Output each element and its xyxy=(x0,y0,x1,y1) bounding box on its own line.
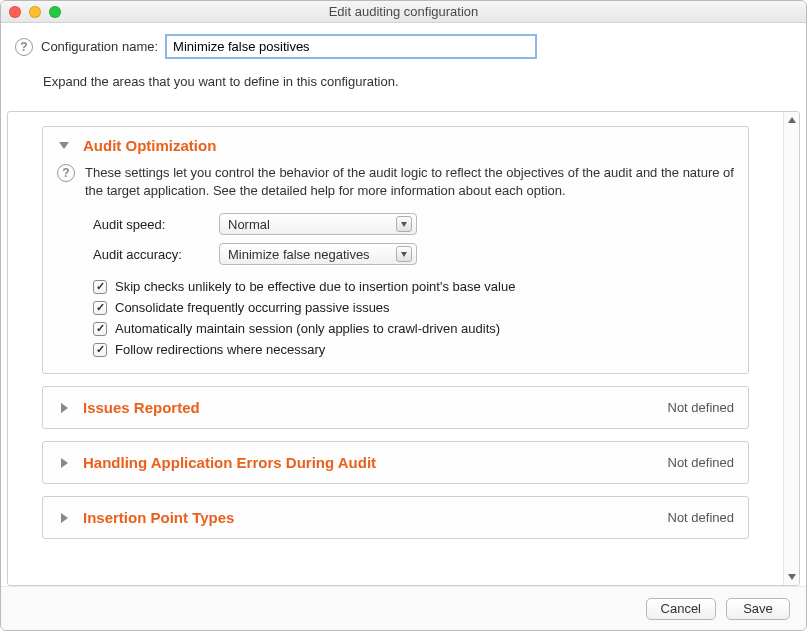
checkbox-icon xyxy=(93,280,107,294)
expand-hint: Expand the areas that you want to define… xyxy=(43,74,778,89)
audit-accuracy-label: Audit accuracy: xyxy=(93,247,213,262)
scroll-viewport: Audit Optimization ? These settings let … xyxy=(8,112,783,585)
header-area: ? Configuration name: Expand the areas t… xyxy=(1,23,806,99)
window-minimize-button[interactable] xyxy=(29,6,41,18)
help-icon[interactable]: ? xyxy=(57,164,75,182)
help-icon[interactable]: ? xyxy=(15,38,33,56)
audit-check-list: Skip checks unlikely to be effective due… xyxy=(93,279,734,357)
config-name-row: ? Configuration name: xyxy=(15,35,778,58)
dialog-footer: Cancel Save xyxy=(1,586,806,630)
chevron-right-icon xyxy=(57,401,71,415)
audit-speed-value: Normal xyxy=(228,217,270,232)
titlebar: Edit auditing configuration xyxy=(1,1,806,23)
chevron-right-icon xyxy=(57,456,71,470)
config-name-label: Configuration name: xyxy=(41,39,158,54)
panel-status-insertion-point-types: Not defined xyxy=(668,510,735,525)
audit-accuracy-value: Minimize false negatives xyxy=(228,247,370,262)
panel-insertion-point-types: Insertion Point Types Not defined xyxy=(42,496,749,539)
checkbox-label: Skip checks unlikely to be effective due… xyxy=(115,279,515,294)
content-area: Audit Optimization ? These settings let … xyxy=(7,111,800,586)
chevron-down-icon xyxy=(57,139,71,153)
panel-header-issues-reported[interactable]: Issues Reported Not defined xyxy=(43,387,748,428)
panel-body-audit-optimization: ? These settings let you control the beh… xyxy=(43,164,748,373)
audit-settings-grid: Audit speed: Normal Audit accuracy: Mini… xyxy=(93,213,734,265)
panel-header-handling-errors[interactable]: Handling Application Errors During Audit… xyxy=(43,442,748,483)
audit-optimization-description: These settings let you control the behav… xyxy=(85,164,734,199)
dropdown-icon xyxy=(396,246,412,262)
checkbox-icon xyxy=(93,343,107,357)
save-button[interactable]: Save xyxy=(726,598,790,620)
scroll-down-icon[interactable] xyxy=(784,569,800,585)
panel-title-handling-errors: Handling Application Errors During Audit xyxy=(83,454,668,471)
panel-header-insertion-point-types[interactable]: Insertion Point Types Not defined xyxy=(43,497,748,538)
checkbox-maintain-session[interactable]: Automatically maintain session (only app… xyxy=(93,321,734,336)
cancel-button[interactable]: Cancel xyxy=(646,598,716,620)
panel-handling-errors: Handling Application Errors During Audit… xyxy=(42,441,749,484)
audit-speed-select[interactable]: Normal xyxy=(219,213,417,235)
panel-title-issues-reported: Issues Reported xyxy=(83,399,668,416)
checkbox-skip-checks[interactable]: Skip checks unlikely to be effective due… xyxy=(93,279,734,294)
window-title: Edit auditing configuration xyxy=(1,4,806,19)
panel-status-issues-reported: Not defined xyxy=(668,400,735,415)
vertical-scrollbar[interactable] xyxy=(783,112,799,585)
checkbox-icon xyxy=(93,301,107,315)
window-zoom-button[interactable] xyxy=(49,6,61,18)
panel-issues-reported: Issues Reported Not defined xyxy=(42,386,749,429)
dropdown-icon xyxy=(396,216,412,232)
panel-header-audit-optimization[interactable]: Audit Optimization xyxy=(43,127,748,164)
panel-audit-optimization: Audit Optimization ? These settings let … xyxy=(42,126,749,374)
panel-status-handling-errors: Not defined xyxy=(668,455,735,470)
checkbox-label: Follow redirections where necessary xyxy=(115,342,325,357)
config-name-input[interactable] xyxy=(166,35,536,58)
chevron-right-icon xyxy=(57,511,71,525)
audit-speed-label: Audit speed: xyxy=(93,217,213,232)
checkbox-follow-redirections[interactable]: Follow redirections where necessary xyxy=(93,342,734,357)
audit-accuracy-select[interactable]: Minimize false negatives xyxy=(219,243,417,265)
window-close-button[interactable] xyxy=(9,6,21,18)
checkbox-label: Automatically maintain session (only app… xyxy=(115,321,500,336)
scroll-up-icon[interactable] xyxy=(784,112,800,128)
checkbox-consolidate[interactable]: Consolidate frequently occurring passive… xyxy=(93,300,734,315)
checkbox-icon xyxy=(93,322,107,336)
panel-title-insertion-point-types: Insertion Point Types xyxy=(83,509,668,526)
panel-title-audit-optimization: Audit Optimization xyxy=(83,137,734,154)
checkbox-label: Consolidate frequently occurring passive… xyxy=(115,300,390,315)
